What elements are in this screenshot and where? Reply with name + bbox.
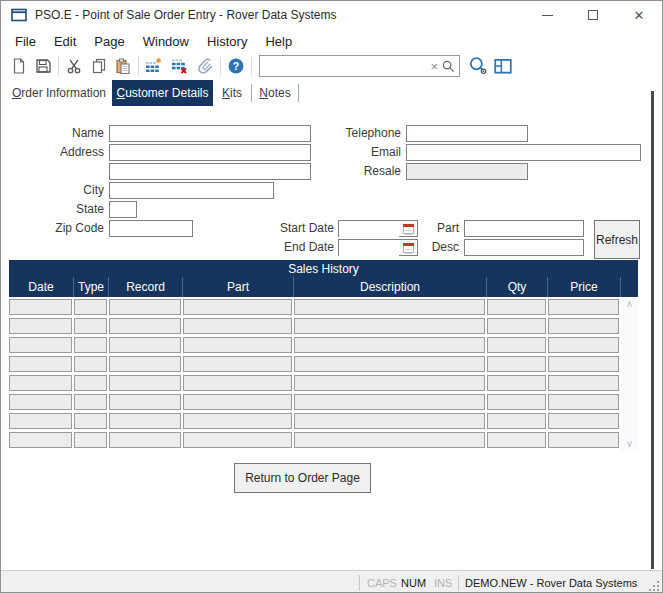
name-field[interactable]	[109, 125, 311, 142]
table-cell[interactable]	[9, 356, 72, 372]
table-cell[interactable]	[294, 432, 485, 448]
part-field[interactable]	[464, 220, 584, 237]
table-cell[interactable]	[109, 318, 181, 334]
column-header-price[interactable]: Price	[548, 277, 621, 297]
close-button[interactable]: ✕	[616, 1, 662, 29]
cut-icon[interactable]	[64, 56, 84, 76]
menu-help[interactable]: Help	[259, 31, 304, 52]
table-cell[interactable]	[9, 299, 72, 315]
table-cell[interactable]	[548, 299, 619, 315]
tab-kits[interactable]: Kits	[215, 80, 249, 106]
table-scrollbar[interactable]: ∧ ∨	[621, 297, 638, 451]
refresh-button[interactable]: Refresh	[594, 220, 640, 259]
table-cell[interactable]	[294, 356, 485, 372]
menu-history[interactable]: History	[201, 31, 259, 52]
table-cell[interactable]	[487, 337, 546, 353]
lookup-icon[interactable]	[468, 56, 488, 76]
column-header-part[interactable]: Part	[183, 277, 294, 297]
table-cell[interactable]	[548, 356, 619, 372]
menu-edit[interactable]: Edit	[48, 31, 88, 52]
table-cell[interactable]	[548, 318, 619, 334]
table-cell[interactable]	[294, 299, 485, 315]
table-cell[interactable]	[487, 356, 546, 372]
table-cell[interactable]	[9, 318, 72, 334]
menu-file[interactable]: File	[9, 31, 48, 52]
save-icon[interactable]	[33, 56, 53, 76]
email-field[interactable]	[406, 144, 641, 161]
table-cell[interactable]	[548, 337, 619, 353]
delete-row-icon[interactable]	[169, 56, 189, 76]
table-cell[interactable]	[9, 394, 72, 410]
table-cell[interactable]	[74, 318, 107, 334]
table-cell[interactable]	[109, 413, 181, 429]
column-header-record[interactable]: Record	[109, 277, 183, 297]
tab-customer-details[interactable]: Customer Details	[112, 80, 213, 106]
table-cell[interactable]	[294, 318, 485, 334]
table-cell[interactable]	[487, 375, 546, 391]
table-cell[interactable]	[109, 432, 181, 448]
scroll-up-icon[interactable]: ∧	[626, 297, 633, 311]
tab-order-information[interactable]: Order Information	[9, 80, 109, 106]
menu-page[interactable]: Page	[88, 31, 136, 52]
address-line2-field[interactable]	[109, 163, 311, 180]
tab-notes[interactable]: Notes	[254, 80, 296, 106]
table-cell[interactable]	[109, 375, 181, 391]
table-cell[interactable]	[294, 337, 485, 353]
table-cell[interactable]	[487, 394, 546, 410]
table-cell[interactable]	[183, 375, 292, 391]
table-cell[interactable]	[74, 394, 107, 410]
table-cell[interactable]	[183, 318, 292, 334]
table-cell[interactable]	[74, 356, 107, 372]
table-cell[interactable]	[294, 413, 485, 429]
column-header-qty[interactable]: Qty	[487, 277, 548, 297]
table-cell[interactable]	[74, 337, 107, 353]
search-clear-icon[interactable]: ×	[427, 59, 441, 74]
table-cell[interactable]	[74, 432, 107, 448]
table-cell[interactable]	[74, 299, 107, 315]
end-date-calendar-button[interactable]	[400, 241, 416, 254]
new-document-icon[interactable]	[9, 56, 29, 76]
return-to-order-page-button[interactable]: Return to Order Page	[234, 463, 371, 493]
table-cell[interactable]	[9, 337, 72, 353]
table-cell[interactable]	[548, 375, 619, 391]
table-cell[interactable]	[487, 432, 546, 448]
table-cell[interactable]	[109, 299, 181, 315]
start-date-calendar-button[interactable]	[400, 222, 416, 235]
table-cell[interactable]	[487, 413, 546, 429]
table-cell[interactable]	[183, 356, 292, 372]
table-cell[interactable]	[183, 432, 292, 448]
table-cell[interactable]	[183, 413, 292, 429]
table-cell[interactable]	[183, 337, 292, 353]
help-icon[interactable]: ?	[226, 56, 246, 76]
end-date-input[interactable]	[339, 243, 399, 258]
table-cell[interactable]	[294, 394, 485, 410]
search-input[interactable]	[260, 57, 427, 75]
window-scrollbar[interactable]	[651, 91, 654, 569]
city-field[interactable]	[109, 182, 274, 199]
zip-code-field[interactable]	[109, 220, 193, 237]
copy-icon[interactable]	[89, 56, 109, 76]
table-cell[interactable]	[548, 394, 619, 410]
maximize-button[interactable]	[570, 1, 616, 29]
column-header-date[interactable]: Date	[9, 277, 74, 297]
table-cell[interactable]	[183, 299, 292, 315]
table-cell[interactable]	[294, 375, 485, 391]
minimize-button[interactable]	[524, 1, 570, 29]
table-cell[interactable]	[74, 375, 107, 391]
table-cell[interactable]	[548, 413, 619, 429]
state-field[interactable]	[109, 201, 137, 218]
table-cell[interactable]	[9, 375, 72, 391]
column-header-type[interactable]: Type	[74, 277, 109, 297]
table-cell[interactable]	[548, 432, 619, 448]
attach-icon[interactable]	[195, 56, 215, 76]
table-cell[interactable]	[109, 337, 181, 353]
table-cell[interactable]	[9, 432, 72, 448]
search-icon[interactable]	[441, 59, 459, 74]
menu-window[interactable]: Window	[137, 31, 201, 52]
resize-grip-icon[interactable]	[648, 580, 660, 592]
table-cell[interactable]	[183, 394, 292, 410]
table-layout-icon[interactable]	[493, 56, 513, 76]
table-cell[interactable]	[109, 394, 181, 410]
table-cell[interactable]	[74, 413, 107, 429]
start-date-input[interactable]	[339, 224, 399, 239]
